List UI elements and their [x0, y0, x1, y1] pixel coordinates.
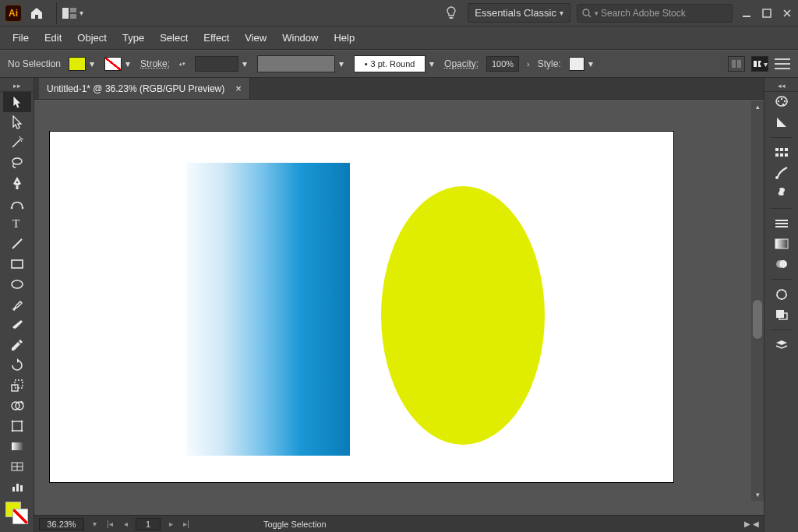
- swatches-panel-button[interactable]: [770, 143, 793, 163]
- menu-effect[interactable]: Effect: [196, 29, 237, 47]
- svg-rect-38: [16, 484, 19, 491]
- color-panel-button[interactable]: [770, 92, 793, 112]
- chevron-down-icon: ▾: [427, 58, 436, 69]
- control-bar-menu-icon[interactable]: [775, 58, 790, 69]
- rectangle-tool[interactable]: [3, 254, 31, 274]
- workspace-switcher[interactable]: Essentials Classic ▾: [468, 3, 570, 23]
- menu-select[interactable]: Select: [152, 29, 196, 47]
- canvas[interactable]: ▴ ▾: [34, 100, 764, 515]
- artboard-number[interactable]: 1: [136, 518, 161, 530]
- variable-width-profile[interactable]: ▾: [257, 55, 346, 72]
- svg-rect-44: [775, 148, 779, 151]
- minimize-button[interactable]: [740, 7, 753, 19]
- maximize-button[interactable]: [761, 7, 773, 19]
- menu-type[interactable]: Type: [115, 29, 152, 47]
- prev-artboard-button[interactable]: ◂: [120, 520, 131, 528]
- blob-brush-tool[interactable]: [3, 315, 31, 335]
- free-transform-tool[interactable]: [3, 416, 31, 436]
- tools-expand-button[interactable]: ▸▸: [0, 79, 34, 92]
- brushes-panel-button[interactable]: [770, 163, 793, 183]
- next-artboard-button[interactable]: ▸: [165, 520, 176, 528]
- menu-edit[interactable]: Edit: [37, 29, 69, 47]
- scroll-down-icon[interactable]: ▾: [751, 488, 764, 501]
- svg-point-4: [583, 9, 589, 16]
- shape-builder-tool[interactable]: [3, 396, 31, 416]
- close-tab-button[interactable]: ×: [235, 83, 242, 94]
- no-stroke-icon: [104, 57, 122, 71]
- column-graph-tool[interactable]: [3, 477, 31, 497]
- color-guide-panel-button[interactable]: [770, 112, 793, 132]
- gradient-tool[interactable]: [3, 436, 31, 456]
- arrange-documents-button[interactable]: ▾: [62, 5, 83, 22]
- preferences-button[interactable]: ▾: [751, 56, 768, 72]
- vertical-scrollbar[interactable]: ▴ ▾: [751, 100, 764, 501]
- lasso-tool[interactable]: [3, 153, 31, 173]
- menu-help[interactable]: Help: [326, 29, 362, 47]
- direct-selection-tool[interactable]: [3, 112, 31, 132]
- type-tool[interactable]: T: [3, 213, 31, 234]
- first-artboard-button[interactable]: |◂: [104, 520, 115, 528]
- stroke-weight-field[interactable]: ▾: [195, 56, 249, 72]
- paintbrush-tool[interactable]: [3, 294, 31, 315]
- brush-definition[interactable]: •3 pt. Round▾: [354, 55, 436, 72]
- menu-file[interactable]: File: [5, 29, 37, 47]
- search-placeholder: Search Adobe Stock: [601, 8, 686, 19]
- line-segment-tool[interactable]: [3, 234, 31, 254]
- magic-wand-tool[interactable]: [3, 132, 31, 153]
- search-input[interactable]: ▾ Search Adobe Stock: [577, 4, 733, 23]
- curvature-tool[interactable]: [3, 193, 31, 213]
- app-logo-icon: Ai: [5, 5, 22, 22]
- chevron-down-icon[interactable]: ▾: [89, 520, 100, 528]
- chevron-down-icon: ▾: [79, 9, 83, 17]
- svg-point-29: [11, 421, 13, 423]
- stroke-label[interactable]: Stroke:: [140, 58, 170, 69]
- discover-button[interactable]: [443, 5, 460, 22]
- fill-stroke-indicator[interactable]: [3, 500, 31, 527]
- status-bar: 36.23% ▾ |◂ ◂ 1 ▸ ▸| Toggle Selection ▶ …: [34, 515, 764, 532]
- opacity-value[interactable]: 100%: [486, 56, 519, 72]
- zoom-level[interactable]: 36.23%: [39, 518, 84, 530]
- selection-tool[interactable]: [3, 92, 31, 112]
- appearance-panel-button[interactable]: [770, 284, 793, 305]
- panels-expand-button[interactable]: ◂◂: [764, 79, 798, 92]
- scale-tool[interactable]: [3, 375, 31, 396]
- document-setup-button[interactable]: [728, 56, 745, 72]
- svg-rect-25: [15, 380, 23, 388]
- scroll-up-icon[interactable]: ▴: [751, 100, 764, 113]
- pen-tool[interactable]: [3, 173, 31, 193]
- menu-object[interactable]: Object: [69, 29, 115, 47]
- brush-profile-label: 3 pt. Round: [371, 59, 415, 69]
- document-tab[interactable]: Untitled-1* @ 36.23% (RGB/GPU Preview) ×: [39, 78, 250, 99]
- svg-rect-39: [20, 485, 23, 491]
- last-artboard-button[interactable]: ▸|: [181, 520, 192, 528]
- opacity-label[interactable]: Opacity:: [444, 58, 478, 69]
- ellipse-tool[interactable]: [3, 274, 31, 294]
- rotate-tool[interactable]: [3, 355, 31, 375]
- stroke-panel-button[interactable]: [770, 213, 793, 234]
- layers-panel-button[interactable]: [770, 335, 793, 355]
- opacity-more-icon[interactable]: ›: [527, 59, 530, 69]
- mesh-tool[interactable]: [3, 456, 31, 477]
- home-button[interactable]: [26, 3, 47, 23]
- gradient-rectangle-shape[interactable]: [186, 163, 350, 456]
- stroke-weight-stepper[interactable]: ▴▾: [178, 57, 187, 71]
- graphic-style[interactable]: ▾: [569, 57, 595, 71]
- svg-rect-59: [776, 310, 784, 318]
- scroll-thumb[interactable]: [753, 300, 762, 339]
- graphic-styles-panel-button[interactable]: [770, 305, 793, 325]
- symbols-panel-button[interactable]: [770, 183, 793, 203]
- menu-window[interactable]: Window: [274, 29, 326, 47]
- transparency-panel-button[interactable]: [770, 254, 793, 274]
- ellipse-shape[interactable]: [381, 186, 545, 445]
- fill-swatch[interactable]: ▾: [69, 57, 97, 71]
- close-button[interactable]: [781, 7, 793, 19]
- menu-view[interactable]: View: [237, 29, 274, 47]
- stroke-swatch[interactable]: ▾: [104, 57, 132, 71]
- gradient-panel-button[interactable]: [770, 234, 793, 254]
- horizontal-scroll-arrows[interactable]: ▶ ◀: [744, 520, 759, 528]
- svg-rect-10: [732, 60, 736, 68]
- svg-rect-48: [780, 153, 783, 157]
- svg-point-19: [21, 207, 23, 210]
- eyedropper-tool[interactable]: [3, 335, 31, 355]
- style-label[interactable]: Style:: [538, 58, 561, 69]
